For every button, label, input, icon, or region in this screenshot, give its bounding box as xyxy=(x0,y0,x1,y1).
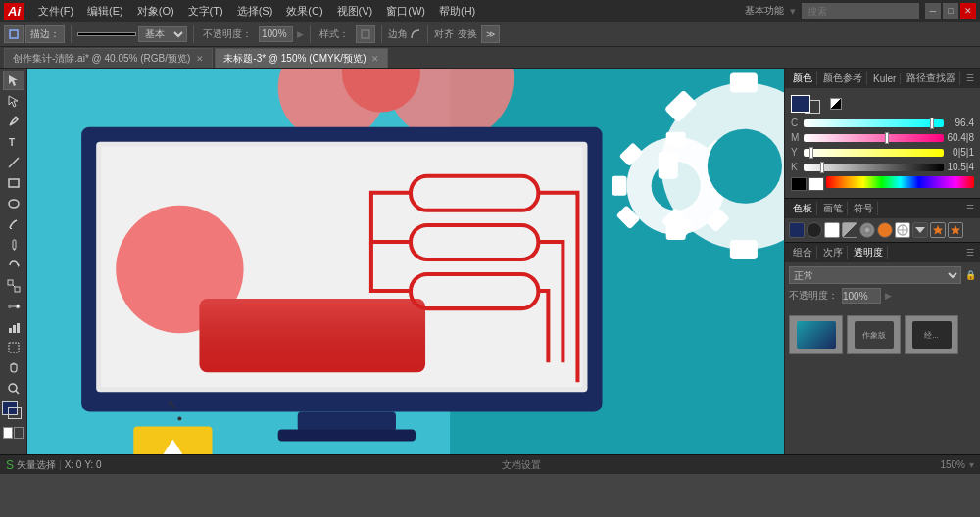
brushes-tab[interactable]: 画笔 xyxy=(819,202,848,215)
normal-mode[interactable] xyxy=(3,427,13,439)
minimize-button[interactable]: ─ xyxy=(925,3,941,19)
k-thumb[interactable] xyxy=(820,162,824,173)
swatch-menu-btn[interactable]: ☰ xyxy=(964,204,976,213)
k-slider[interactable] xyxy=(804,164,944,171)
black-swatch[interactable] xyxy=(791,177,807,191)
zoom-tool[interactable] xyxy=(3,379,24,399)
menu-object[interactable]: 对象(O) xyxy=(131,2,180,21)
svg-rect-28 xyxy=(612,176,627,196)
transform-label: 变换 xyxy=(458,27,477,41)
c-slider[interactable] xyxy=(804,119,944,127)
color-tab[interactable]: 颜色 xyxy=(789,71,817,85)
selection-mode-btn[interactable] xyxy=(4,25,24,43)
menu-edit[interactable]: 编辑(E) xyxy=(81,2,129,21)
ellipse-tool[interactable] xyxy=(3,194,24,213)
pen-tool[interactable] xyxy=(3,112,24,131)
blend-tool[interactable] xyxy=(3,297,24,316)
scale-tool[interactable] xyxy=(3,276,24,296)
tab-1-close[interactable]: ✕ xyxy=(371,54,379,64)
swatch-2[interactable] xyxy=(824,222,840,238)
search-input[interactable] xyxy=(802,3,919,19)
status-x: X: 0 xyxy=(65,459,82,470)
y-thumb[interactable] xyxy=(809,147,813,159)
swatch-3[interactable] xyxy=(842,222,858,238)
separator-2 xyxy=(193,25,194,43)
panels-container: 颜色 颜色参考 Kuler 路径查找器 ☰ C xyxy=(784,69,980,454)
c-thumb[interactable] xyxy=(930,118,934,129)
style-selector[interactable] xyxy=(356,25,375,43)
m-value: 60.4|8 xyxy=(947,132,974,143)
swatch-0[interactable] xyxy=(789,222,805,238)
pathfinder-tab[interactable]: 路径查找器 xyxy=(903,71,960,85)
more-btn[interactable]: ≫ xyxy=(481,25,500,43)
menu-window[interactable]: 窗口(W) xyxy=(380,2,431,21)
m-slider[interactable] xyxy=(804,134,944,142)
zoom-level: 150% xyxy=(940,459,965,470)
swatch-7[interactable] xyxy=(912,222,928,238)
rect-tool[interactable] xyxy=(3,173,24,193)
group-tab[interactable]: 组合 xyxy=(789,246,817,259)
m-label: M xyxy=(791,132,801,143)
appearance-menu-btn[interactable]: ☰ xyxy=(964,248,976,258)
workspace-label: 基本功能 xyxy=(745,4,784,18)
transparency-tab[interactable]: 透明度 xyxy=(850,246,888,259)
menu-view[interactable]: 视图(V) xyxy=(331,2,379,21)
svg-rect-37 xyxy=(730,240,758,259)
corner-label: 边角 xyxy=(388,27,408,41)
swatch-4[interactable] xyxy=(859,222,875,238)
swatch-5[interactable] xyxy=(877,222,893,238)
svg-marker-93 xyxy=(933,225,943,235)
maximize-button[interactable]: □ xyxy=(943,3,958,19)
swatches-tab[interactable]: 色板 xyxy=(789,202,817,215)
gear-shape-large xyxy=(659,73,784,259)
select-tool[interactable] xyxy=(3,70,24,90)
none-swatch[interactable] xyxy=(830,98,842,110)
blend-mode-select[interactable]: 正常 xyxy=(789,266,961,284)
status-icon: S xyxy=(6,458,14,472)
swatch-1[interactable] xyxy=(807,222,822,238)
c-label: C xyxy=(791,118,801,128)
rotate-tool[interactable] xyxy=(3,256,24,275)
panel-menu-btn[interactable]: ☰ xyxy=(964,73,976,83)
type-tool[interactable]: T xyxy=(3,132,24,152)
kuler-tab[interactable]: Kuler xyxy=(869,73,901,84)
white-swatch[interactable] xyxy=(808,177,824,191)
swatch-star[interactable] xyxy=(930,222,946,238)
svg-line-12 xyxy=(13,285,15,287)
brush-tool[interactable] xyxy=(3,214,24,234)
color-ref-tab[interactable]: 颜色参考 xyxy=(819,71,867,85)
line-tool[interactable] xyxy=(3,153,24,172)
order-tab[interactable]: 次序 xyxy=(819,246,848,259)
m-thumb[interactable] xyxy=(885,132,889,144)
menu-help[interactable]: 帮助(H) xyxy=(433,2,481,21)
pencil-tool[interactable] xyxy=(3,235,24,255)
fill-swatch[interactable] xyxy=(791,95,810,113)
tab-0-label: 创作集计-清除.ai* @ 40.05% (RGB/预览) xyxy=(13,52,190,66)
blend-lock-icon: 🔒 xyxy=(965,270,976,280)
close-button[interactable]: ✕ xyxy=(960,3,976,19)
direct-select-tool[interactable] xyxy=(3,91,24,111)
menu-text[interactable]: 文字(T) xyxy=(182,2,229,21)
opacity-arrow: ▶ xyxy=(297,29,304,39)
menu-file[interactable]: 文件(F) xyxy=(32,2,79,21)
tab-1[interactable]: 未标题-3* @ 150% (CMYK/预览) ✕ xyxy=(215,48,388,68)
swatch-6[interactable] xyxy=(895,222,910,238)
swatch-star-2[interactable] xyxy=(948,222,963,238)
stroke-color[interactable] xyxy=(8,407,22,419)
symbols-tab[interactable]: 符号 xyxy=(850,202,878,215)
opacity-input[interactable] xyxy=(259,26,293,42)
stroke-weight-select[interactable]: 基本 xyxy=(138,26,187,42)
hand-tool[interactable] xyxy=(3,358,24,378)
tab-0[interactable]: 创作集计-清除.ai* @ 40.05% (RGB/预览) ✕ xyxy=(4,48,213,68)
menu-effect[interactable]: 效果(C) xyxy=(280,2,328,21)
column-graph-tool[interactable] xyxy=(3,317,24,337)
tab-0-close[interactable]: ✕ xyxy=(196,54,204,64)
fill-stroke-colors[interactable] xyxy=(2,401,25,423)
menu-select[interactable]: 选择(S) xyxy=(231,2,279,21)
y-slider[interactable] xyxy=(804,149,944,157)
artboard-tool[interactable] xyxy=(3,338,24,357)
preview-mode[interactable] xyxy=(14,427,24,439)
stroke-selector[interactable]: 描边： xyxy=(25,25,65,43)
spectrum-bar[interactable] xyxy=(826,176,974,188)
opacity-input-panel[interactable] xyxy=(842,288,881,304)
